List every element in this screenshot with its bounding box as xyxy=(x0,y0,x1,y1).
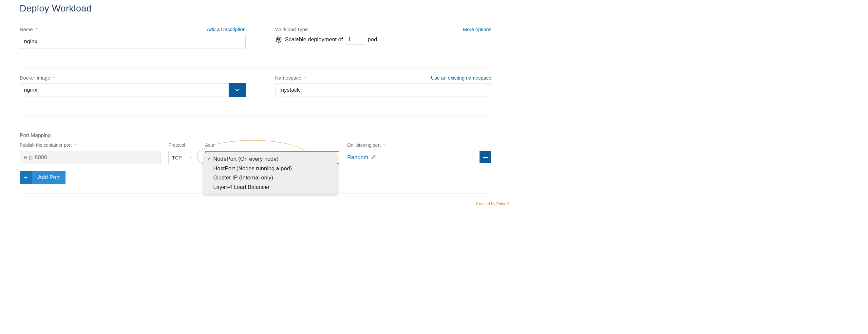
divider xyxy=(20,20,491,20)
listening-port-label: On listening port xyxy=(347,142,381,148)
add-port-label: Add Port xyxy=(32,171,65,184)
divider xyxy=(20,68,491,68)
as-a-dropdown[interactable]: ✓ NodePort (On every node) HostPort (Nod… xyxy=(204,153,337,194)
as-a-option-hostport[interactable]: HostPort (Nodes running a pod) xyxy=(204,164,337,173)
as-a-option-nodeport[interactable]: ✓ NodePort (On every node) xyxy=(204,155,337,164)
port-mapping-heading: Port Mapping xyxy=(20,133,491,138)
listening-port-value[interactable]: Random xyxy=(347,154,368,161)
docker-image-label: Docker Image xyxy=(20,75,50,80)
required-marker: * xyxy=(383,142,385,148)
page-title: Deploy Workload xyxy=(20,3,491,14)
svg-point-2 xyxy=(278,40,279,41)
required-marker: * xyxy=(53,75,55,80)
deployment-icon xyxy=(275,36,282,43)
add-port-button[interactable]: + Add Port xyxy=(20,171,65,184)
workload-type-text-before: Scalable deployment of xyxy=(285,36,343,43)
pod-count-input[interactable] xyxy=(346,35,365,44)
required-marker: * xyxy=(35,27,37,32)
required-marker: * xyxy=(304,75,306,80)
more-options-link[interactable]: More options xyxy=(463,27,491,32)
chevron-down-icon xyxy=(189,155,193,161)
svg-point-0 xyxy=(277,38,278,40)
namespace-label: Namespace xyxy=(275,75,301,80)
svg-point-1 xyxy=(279,38,280,40)
divider xyxy=(20,116,491,117)
docker-image-dropdown-button[interactable] xyxy=(229,83,246,97)
name-input[interactable] xyxy=(20,35,246,48)
remove-port-button[interactable] xyxy=(479,151,491,163)
workload-type-label: Workload Type xyxy=(275,27,308,32)
publish-port-input[interactable] xyxy=(20,151,160,164)
as-a-option-clusterip[interactable]: Cluster IP (Internal only) xyxy=(204,173,337,183)
name-label: Name xyxy=(20,27,33,32)
check-icon: ✓ xyxy=(207,156,211,163)
protocol-label: Protocol xyxy=(168,142,197,148)
chevron-down-icon xyxy=(234,87,240,93)
workload-type-text-after: pod xyxy=(368,36,377,43)
pencil-icon[interactable] xyxy=(371,155,376,161)
required-marker: * xyxy=(74,142,76,148)
add-description-link[interactable]: Add a Description xyxy=(207,27,246,32)
as-a-option-layer4lb[interactable]: Layer-4 Load Balancer xyxy=(204,183,337,192)
publish-port-label: Publish the container port xyxy=(20,142,72,148)
minus-icon xyxy=(483,157,488,158)
plus-icon: + xyxy=(20,171,32,184)
protocol-select[interactable]: TCP xyxy=(168,151,197,164)
as-a-label: As a xyxy=(205,142,339,148)
use-existing-namespace-link[interactable]: Use an existing namespace xyxy=(431,75,491,80)
protocol-value: TCP xyxy=(172,155,182,161)
watermark: Created by Paint X xyxy=(476,202,509,206)
namespace-input[interactable] xyxy=(275,83,491,97)
docker-image-input[interactable] xyxy=(20,83,229,97)
